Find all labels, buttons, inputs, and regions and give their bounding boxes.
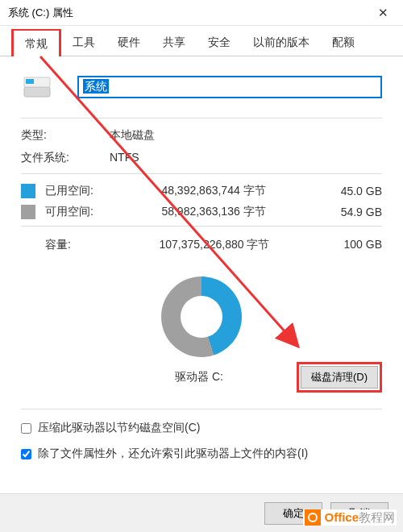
capacity-row: 容量: 107,375,226,880 字节 100 GB (21, 238, 382, 252)
free-color-box (21, 205, 35, 219)
index-checkbox[interactable] (21, 449, 31, 459)
tab-previous[interactable]: 以前的版本 (242, 29, 321, 56)
type-label: 类型: (21, 128, 110, 143)
cleanup-row: 驱动器 C: 磁盘清理(D) (21, 362, 382, 393)
tab-tools[interactable]: 工具 (61, 29, 106, 56)
used-label: 已用空间: (45, 184, 110, 198)
watermark-icon (305, 509, 321, 526)
tab-quota[interactable]: 配额 (321, 29, 366, 56)
used-bytes: 48,392,863,744 字节 (110, 184, 318, 198)
compress-label: 压缩此驱动器以节约磁盘空间(C) (38, 421, 200, 435)
usage-chart (21, 260, 382, 357)
free-label: 可用空间: (45, 205, 110, 219)
index-label: 除了文件属性外，还允许索引此驱动器上文件的内容(I) (38, 447, 308, 461)
separator (21, 226, 382, 227)
svg-rect-2 (26, 79, 34, 84)
donut-chart (161, 276, 242, 357)
drive-c-label: 驱动器 C: (21, 370, 297, 384)
tab-security[interactable]: 安全 (197, 29, 242, 56)
capacity-label: 容量: (21, 238, 111, 252)
disk-cleanup-button[interactable]: 磁盘清理(D) (301, 366, 378, 389)
used-color-box (21, 184, 35, 198)
drive-name-text: 系统 (83, 79, 109, 94)
separator (21, 173, 382, 174)
filesystem-label: 文件系统: (21, 151, 110, 165)
compress-checkbox[interactable] (21, 423, 31, 434)
window-title: 系统 (C:) 属性 (8, 6, 365, 20)
close-button[interactable]: ✕ (365, 0, 401, 26)
drive-name-input[interactable]: 系统 (77, 76, 382, 98)
separator (21, 409, 382, 409)
type-row: 类型: 本地磁盘 (21, 128, 382, 143)
titlebar: 系统 (C:) 属性 ✕ (0, 0, 403, 26)
free-space-row: 可用空间: 58,982,363,136 字节 54.9 GB (21, 205, 382, 219)
used-space-row: 已用空间: 48,392,863,744 字节 45.0 GB (21, 184, 382, 198)
tab-hardware[interactable]: 硬件 (106, 29, 152, 56)
free-gb: 54.9 GB (318, 206, 382, 218)
index-checkbox-row[interactable]: 除了文件属性外，还允许索引此驱动器上文件的内容(I) (21, 447, 382, 461)
capacity-gb: 100 GB (318, 238, 382, 252)
compress-checkbox-row[interactable]: 压缩此驱动器以节约磁盘空间(C) (21, 421, 382, 435)
tab-general[interactable]: 常规 (11, 29, 61, 56)
free-bytes: 58,982,363,136 字节 (110, 205, 318, 219)
drive-icon (21, 71, 53, 103)
tabs: 常规 工具 硬件 共享 安全 以前的版本 配额 (0, 29, 403, 56)
used-gb: 45.0 GB (318, 185, 382, 197)
filesystem-value: NTFS (110, 151, 139, 165)
drive-name-row: 系统 (21, 71, 382, 103)
capacity-bytes: 107,375,226,880 字节 (111, 238, 318, 252)
separator (21, 118, 382, 118)
filesystem-row: 文件系统: NTFS (21, 151, 382, 165)
cleanup-highlight: 磁盘清理(D) (297, 362, 382, 393)
close-icon: ✕ (378, 6, 388, 20)
tab-content: 系统 类型: 本地磁盘 文件系统: NTFS 已用空间: 48,392,863,… (0, 56, 403, 471)
type-value: 本地磁盘 (110, 128, 155, 143)
watermark: Office教程网 (303, 509, 397, 526)
svg-rect-0 (24, 87, 50, 97)
tab-sharing[interactable]: 共享 (152, 29, 197, 56)
